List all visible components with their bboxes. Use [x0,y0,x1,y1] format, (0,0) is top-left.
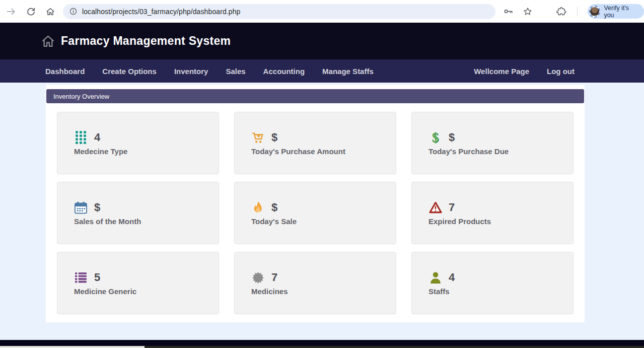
stat-label: Today's Purchase Amount [251,147,396,156]
stat-label: Medecine Type [74,147,219,156]
stat-label: Today's Purchase Due [428,147,573,156]
calendar-icon [74,201,88,215]
bookmark-star-icon[interactable] [522,6,533,18]
toolbar-divider [577,7,578,16]
flame-icon [251,201,265,215]
bottom-edge [0,346,644,348]
url-text: localhost/projects/03_farmacy/php/dashbo… [82,8,240,16]
key-icon[interactable] [503,6,514,18]
stat-label: Today's Sale [251,217,396,226]
nav-item-log-out[interactable]: Log out [547,67,575,76]
site-footer [0,340,644,346]
card-medicine-generic: 5 Medicine Generic [57,252,219,314]
nav-item-create-options[interactable]: Create Options [102,67,157,76]
stat-value: $ [449,131,455,144]
house-icon [41,34,55,48]
stat-value: 4 [94,131,100,144]
nav-item-manage-staffs[interactable]: Manage Staffs [322,67,374,76]
starburst-icon [251,271,265,285]
card-todays-sale: $ Today's Sale [234,182,396,244]
nav-item-sales[interactable]: Sales [226,67,245,76]
profile-avatar [589,6,600,18]
forward-icon[interactable] [5,6,17,18]
card-staffs: 4 Staffs [411,252,574,314]
stat-value: 4 [449,271,455,284]
bottom-edge-light [0,346,145,348]
stat-value: $ [271,131,277,144]
nav-item-accounting[interactable]: Accounting [263,67,305,76]
nav-item-wellcome-page[interactable]: Wellcome Page [474,67,529,76]
reload-icon[interactable] [25,6,37,18]
card-todays-purchase-due: $ $ Today's Purchase Due [411,112,574,174]
card-expired-products: 7 Expired Products [411,182,574,244]
extensions-puzzle-icon[interactable] [556,6,567,18]
section-header: Inventory Overview [46,89,584,103]
cart-icon [251,131,265,145]
card-medicines: 7 Medicines [234,252,396,314]
bottom-edge-dark [145,346,644,348]
card-todays-purchase-amount: $ Today's Purchase Amount [234,112,396,174]
stat-label: Medicine Generic [74,287,219,296]
url-bar[interactable]: localhost/projects/03_farmacy/php/dashbo… [63,4,495,19]
nav-item-inventory[interactable]: Inventory [174,67,208,76]
stat-label: Staffs [428,287,573,296]
grid-dots-icon [74,131,88,145]
stat-label: Medicines [251,287,396,296]
stat-label: Expired Products [428,217,573,226]
warning-icon [428,201,442,215]
section-title: Inventory Overview [53,93,109,100]
stat-value: $ [94,201,100,214]
site-info-icon[interactable] [69,7,78,16]
browser-toolbar: localhost/projects/03_farmacy/php/dashbo… [0,0,644,23]
profile-button-label: Verify it's you [604,5,637,19]
main-nav: Dashboard Create Options Inventory Sales… [0,59,644,83]
dollar-icon: $ [428,131,442,145]
list-icon [74,271,88,285]
page-background: Inventory Overview [0,83,644,340]
stat-value: 5 [94,271,100,284]
nav-item-dashboard[interactable]: Dashboard [45,67,85,76]
content-container: Inventory Overview [46,85,585,322]
page-title: Farmacy Management System [61,34,231,48]
stat-label: Sales of the Month [74,217,219,226]
home-icon[interactable] [44,6,56,18]
stat-value: $ [271,201,277,214]
site-header: Farmacy Management System [0,23,644,59]
stat-value: 7 [449,201,455,214]
card-sales-of-the-month: $ Sales of the Month [57,182,219,244]
card-medecine-type: 4 Medecine Type [57,112,219,174]
stat-value: 7 [271,271,277,284]
stats-grid: 4 Medecine Type $ Today' [57,112,574,314]
person-icon [428,271,442,285]
profile-button[interactable]: Verify it's you [588,4,644,19]
